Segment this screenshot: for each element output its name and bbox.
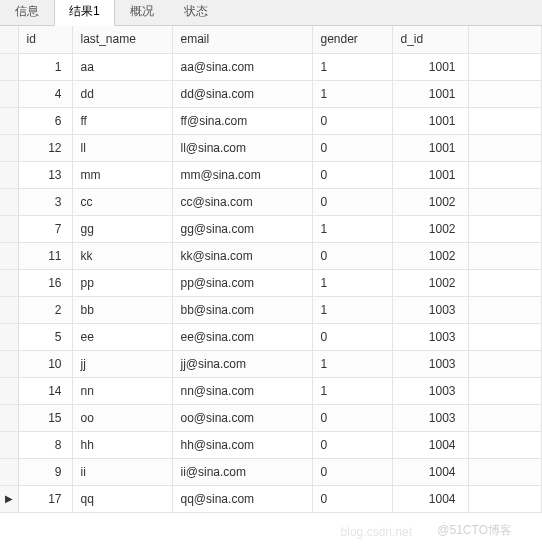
cell-email[interactable]: jj@sina.com (172, 350, 312, 377)
cell-id[interactable]: 8 (18, 431, 72, 458)
cell-d-id[interactable]: 1002 (392, 242, 468, 269)
cell-d-id[interactable]: 1002 (392, 188, 468, 215)
cell-last-name[interactable]: kk (72, 242, 172, 269)
table-row[interactable]: 4dddd@sina.com11001 (0, 80, 542, 107)
cell-email[interactable]: bb@sina.com (172, 296, 312, 323)
cell-email[interactable]: gg@sina.com (172, 215, 312, 242)
cell-id[interactable]: 11 (18, 242, 72, 269)
cell-d-id[interactable]: 1003 (392, 377, 468, 404)
cell-id[interactable]: 2 (18, 296, 72, 323)
table-row[interactable]: 1aaaa@sina.com11001 (0, 53, 542, 80)
col-header-gender[interactable]: gender (312, 26, 392, 53)
cell-gender[interactable]: 0 (312, 323, 392, 350)
cell-last-name[interactable]: qq (72, 485, 172, 512)
cell-d-id[interactable]: 1001 (392, 134, 468, 161)
cell-id[interactable]: 6 (18, 107, 72, 134)
cell-gender[interactable]: 0 (312, 431, 392, 458)
cell-id[interactable]: 17 (18, 485, 72, 512)
table-row[interactable]: 12llll@sina.com01001 (0, 134, 542, 161)
cell-gender[interactable]: 1 (312, 269, 392, 296)
cell-id[interactable]: 9 (18, 458, 72, 485)
cell-last-name[interactable]: aa (72, 53, 172, 80)
cell-gender[interactable]: 1 (312, 377, 392, 404)
cell-gender[interactable]: 0 (312, 242, 392, 269)
cell-gender[interactable]: 0 (312, 188, 392, 215)
cell-gender[interactable]: 1 (312, 215, 392, 242)
cell-gender[interactable]: 0 (312, 161, 392, 188)
cell-last-name[interactable]: ii (72, 458, 172, 485)
cell-email[interactable]: cc@sina.com (172, 188, 312, 215)
cell-d-id[interactable]: 1001 (392, 107, 468, 134)
cell-email[interactable]: aa@sina.com (172, 53, 312, 80)
cell-d-id[interactable]: 1003 (392, 350, 468, 377)
cell-d-id[interactable]: 1001 (392, 53, 468, 80)
col-header-d-id[interactable]: d_id (392, 26, 468, 53)
cell-d-id[interactable]: 1003 (392, 323, 468, 350)
cell-d-id[interactable]: 1004 (392, 458, 468, 485)
cell-last-name[interactable]: pp (72, 269, 172, 296)
cell-last-name[interactable]: nn (72, 377, 172, 404)
cell-email[interactable]: ll@sina.com (172, 134, 312, 161)
cell-d-id[interactable]: 1004 (392, 431, 468, 458)
cell-last-name[interactable]: dd (72, 80, 172, 107)
table-row[interactable]: 9iiii@sina.com01004 (0, 458, 542, 485)
cell-email[interactable]: mm@sina.com (172, 161, 312, 188)
table-row[interactable]: ▶17qqqq@sina.com01004 (0, 485, 542, 512)
table-row[interactable]: 3cccc@sina.com01002 (0, 188, 542, 215)
cell-email[interactable]: qq@sina.com (172, 485, 312, 512)
cell-gender[interactable]: 0 (312, 458, 392, 485)
cell-gender[interactable]: 1 (312, 53, 392, 80)
table-row[interactable]: 8hhhh@sina.com01004 (0, 431, 542, 458)
cell-id[interactable]: 5 (18, 323, 72, 350)
table-row[interactable]: 15oooo@sina.com01003 (0, 404, 542, 431)
cell-email[interactable]: ff@sina.com (172, 107, 312, 134)
cell-email[interactable]: pp@sina.com (172, 269, 312, 296)
cell-email[interactable]: hh@sina.com (172, 431, 312, 458)
cell-id[interactable]: 4 (18, 80, 72, 107)
cell-last-name[interactable]: jj (72, 350, 172, 377)
cell-email[interactable]: ii@sina.com (172, 458, 312, 485)
cell-d-id[interactable]: 1003 (392, 404, 468, 431)
cell-d-id[interactable]: 1002 (392, 215, 468, 242)
cell-last-name[interactable]: mm (72, 161, 172, 188)
table-row[interactable]: 11kkkk@sina.com01002 (0, 242, 542, 269)
cell-d-id[interactable]: 1004 (392, 485, 468, 512)
table-row[interactable]: 14nnnn@sina.com11003 (0, 377, 542, 404)
cell-email[interactable]: dd@sina.com (172, 80, 312, 107)
table-row[interactable]: 6ffff@sina.com01001 (0, 107, 542, 134)
table-row[interactable]: 5eeee@sina.com01003 (0, 323, 542, 350)
cell-d-id[interactable]: 1001 (392, 161, 468, 188)
table-row[interactable]: 2bbbb@sina.com11003 (0, 296, 542, 323)
cell-last-name[interactable]: oo (72, 404, 172, 431)
tab-3[interactable]: 状态 (169, 0, 223, 25)
table-row[interactable]: 16pppp@sina.com11002 (0, 269, 542, 296)
cell-id[interactable]: 12 (18, 134, 72, 161)
cell-last-name[interactable]: hh (72, 431, 172, 458)
cell-d-id[interactable]: 1001 (392, 80, 468, 107)
cell-last-name[interactable]: ff (72, 107, 172, 134)
table-row[interactable]: 7gggg@sina.com11002 (0, 215, 542, 242)
cell-id[interactable]: 7 (18, 215, 72, 242)
cell-email[interactable]: oo@sina.com (172, 404, 312, 431)
cell-id[interactable]: 10 (18, 350, 72, 377)
cell-email[interactable]: nn@sina.com (172, 377, 312, 404)
cell-gender[interactable]: 0 (312, 134, 392, 161)
tab-0[interactable]: 信息 (0, 0, 54, 25)
table-row[interactable]: 13mmmm@sina.com01001 (0, 161, 542, 188)
col-header-last-name[interactable]: last_name (72, 26, 172, 53)
table-row[interactable]: 10jjjj@sina.com11003 (0, 350, 542, 377)
tab-2[interactable]: 概况 (115, 0, 169, 25)
cell-id[interactable]: 14 (18, 377, 72, 404)
cell-email[interactable]: kk@sina.com (172, 242, 312, 269)
cell-email[interactable]: ee@sina.com (172, 323, 312, 350)
cell-id[interactable]: 13 (18, 161, 72, 188)
cell-gender[interactable]: 0 (312, 485, 392, 512)
col-header-email[interactable]: email (172, 26, 312, 53)
cell-last-name[interactable]: gg (72, 215, 172, 242)
cell-id[interactable]: 16 (18, 269, 72, 296)
cell-gender[interactable]: 1 (312, 80, 392, 107)
cell-last-name[interactable]: ll (72, 134, 172, 161)
cell-gender[interactable]: 0 (312, 107, 392, 134)
cell-last-name[interactable]: ee (72, 323, 172, 350)
cell-d-id[interactable]: 1003 (392, 296, 468, 323)
